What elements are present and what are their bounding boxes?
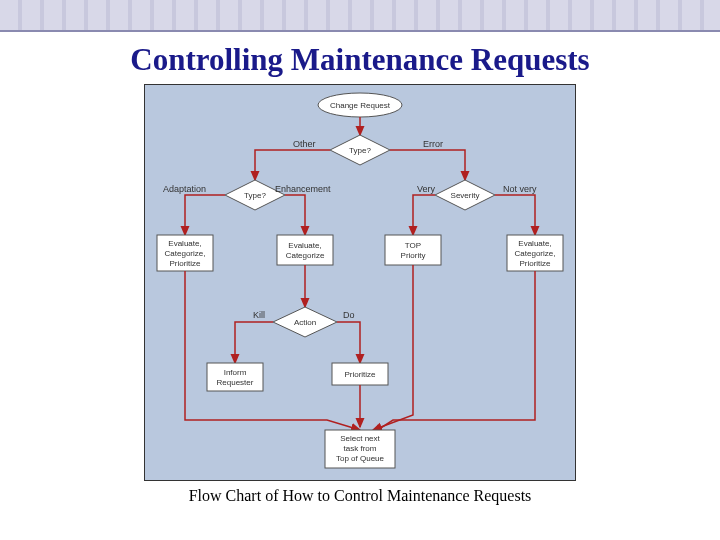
- arrow: [255, 150, 330, 180]
- arrow: [185, 195, 225, 235]
- arrow: [373, 271, 535, 433]
- eval2-l2: Categorize: [286, 251, 325, 260]
- edge-notvery: Not very: [503, 184, 537, 194]
- top-l1: TOP: [405, 241, 421, 250]
- edge-enhancement: Enhancement: [275, 184, 331, 194]
- top-l2: Priority: [401, 251, 426, 260]
- eval3-l1: Evaluate,: [518, 239, 551, 248]
- edge-adaptation: Adaptation: [163, 184, 206, 194]
- prioritize-label: Prioritize: [344, 370, 376, 379]
- arrow: [390, 150, 465, 180]
- arrow: [413, 195, 435, 235]
- arrow: [495, 195, 535, 235]
- eval3-l3: Prioritize: [519, 259, 551, 268]
- edge-error: Error: [423, 139, 443, 149]
- start-label: Change Request: [330, 101, 391, 110]
- edge-other: Other: [293, 139, 316, 149]
- arrow: [235, 322, 273, 363]
- edge-do: Do: [343, 310, 355, 320]
- eval1-l2: Categorize,: [165, 249, 206, 258]
- flowchart: Change Request Type? Other Error Type? S…: [144, 84, 576, 481]
- edge-very: Very: [417, 184, 436, 194]
- eval2-l1: Evaluate,: [288, 241, 321, 250]
- inform-l2: Requester: [217, 378, 254, 387]
- page-title: Controlling Maintenance Requests: [0, 42, 720, 78]
- severity-label: Severity: [451, 191, 480, 200]
- edge-kill: Kill: [253, 310, 265, 320]
- eval1-l1: Evaluate,: [168, 239, 201, 248]
- arrow: [285, 195, 305, 235]
- node-eval2: [277, 235, 333, 265]
- node-top: [385, 235, 441, 265]
- select-l3: Top of Queue: [336, 454, 385, 463]
- inform-l1: Inform: [224, 368, 247, 377]
- select-l1: Select next: [340, 434, 380, 443]
- select-l2: task from: [344, 444, 377, 453]
- type1-label: Type?: [349, 146, 371, 155]
- eval3-l2: Categorize,: [515, 249, 556, 258]
- arrow: [337, 322, 360, 363]
- type2-label: Type?: [244, 191, 266, 200]
- eval1-l3: Prioritize: [169, 259, 201, 268]
- figure-caption: Flow Chart of How to Control Maintenance…: [0, 487, 720, 505]
- decorative-border: [0, 0, 720, 32]
- arrow: [185, 271, 360, 430]
- arrow: [373, 265, 413, 430]
- action-label: Action: [294, 318, 316, 327]
